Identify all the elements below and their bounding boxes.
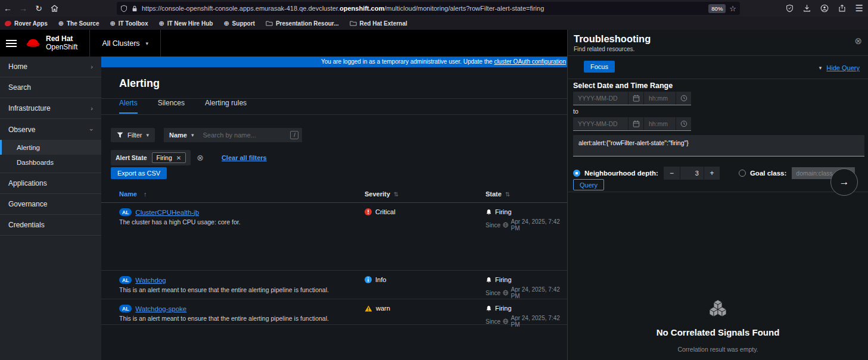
- redhat-openshift-brand[interactable]: Red HatOpenShift: [25, 35, 89, 52]
- correlation-controls: Neighbourhood depth: − 3 + Goal class:: [573, 167, 855, 180]
- query-textarea[interactable]: alert:alert:{"rowFilter-alert-state":"fi…: [573, 135, 864, 156]
- depth-label: Neighbourhood depth:: [584, 170, 658, 177]
- folder-icon: [266, 20, 273, 26]
- clear-all-filters-link[interactable]: Clear all filters: [222, 154, 267, 161]
- tracking-shield-icon[interactable]: [120, 5, 127, 12]
- globe-icon: ⊕: [158, 20, 164, 27]
- table-row[interactable]: AL ClusterCPUHealth-jb The cluster has a…: [101, 203, 567, 271]
- tab-silences[interactable]: Silences: [158, 99, 185, 114]
- table-row[interactable]: AL Watchdog-spoke This is an alert meant…: [101, 299, 567, 325]
- bell-icon: [486, 209, 492, 215]
- folder-icon: [350, 20, 357, 26]
- end-time-input[interactable]: [643, 117, 676, 130]
- start-time-input[interactable]: [643, 92, 676, 105]
- bookmark-item-presentation-resources[interactable]: Presentation Resour...: [266, 20, 339, 27]
- depth-increment-button[interactable]: +: [704, 167, 720, 180]
- table-row[interactable]: AL Watchdog This is an alert meant to en…: [101, 271, 567, 299]
- sidebar-item-infrastructure[interactable]: Infrastructure›: [0, 98, 101, 119]
- rover-apps-icon: [5, 21, 11, 26]
- sidebar-item-dashboards[interactable]: Dashboards: [0, 155, 101, 170]
- start-date-input[interactable]: [573, 92, 628, 105]
- active-filters-row: Alert State Firing✕ ⊗ Clear all filters: [111, 150, 267, 165]
- panel-title: Troubleshooting: [574, 33, 862, 45]
- sidebar-item-observe[interactable]: Observe›: [0, 119, 101, 140]
- depth-stepper: − 3 +: [664, 167, 720, 180]
- neighbourhood-depth-radio[interactable]: [573, 170, 580, 177]
- alert-name-link[interactable]: ClusterCPUHealth-jb: [135, 209, 199, 216]
- query-button[interactable]: Query: [573, 179, 604, 190]
- arrow-right-icon: →: [839, 176, 850, 188]
- chip-remove-icon[interactable]: ✕: [176, 155, 181, 161]
- since-label: Since: [486, 290, 500, 296]
- hide-query-toggle[interactable]: ▾ Hide Query: [819, 64, 860, 71]
- filter-dropdown[interactable]: Filter ▾: [111, 128, 155, 142]
- oauth-configuration-link[interactable]: cluster OAuth configuration: [494, 58, 566, 65]
- clear-chip-group-icon[interactable]: ⊗: [197, 153, 204, 162]
- alert-badge: AL: [119, 305, 132, 312]
- export-csv-button[interactable]: Export as CSV: [111, 167, 167, 179]
- clock-icon-button[interactable]: [676, 117, 691, 130]
- column-header-state[interactable]: State⇅: [486, 190, 510, 198]
- focus-button[interactable]: Focus: [584, 61, 615, 73]
- bookmark-item-rover-apps[interactable]: Rover Apps: [5, 20, 48, 27]
- panel-close-icon[interactable]: ⊗: [854, 36, 862, 46]
- lock-icon[interactable]: [131, 5, 138, 12]
- bookmark-item-support[interactable]: ⊕Support: [223, 20, 255, 27]
- date-range-heading: Select Date and Time Range: [573, 82, 673, 90]
- alert-name-link[interactable]: Watchdog-spoke: [135, 305, 186, 312]
- sidebar-item-credentials[interactable]: Credentials: [0, 215, 101, 236]
- privacy-shield-icon[interactable]: [786, 4, 794, 12]
- url-text: https://console-openshift-console.apps.e…: [142, 5, 705, 12]
- bell-icon: [486, 277, 492, 283]
- submit-arrow-button[interactable]: →: [830, 168, 858, 196]
- sidebar-item-alerting[interactable]: Alerting: [0, 140, 101, 155]
- sidebar-item-governance[interactable]: Governance: [0, 194, 101, 215]
- column-header-name[interactable]: Name ↑: [119, 190, 147, 198]
- bookmark-item-it-new-hire-hub[interactable]: ⊕IT New Hire Hub: [158, 20, 213, 27]
- login-banner: You are logged in as a temporary adminis…: [101, 57, 567, 67]
- url-bar[interactable]: https://console-openshift-console.apps.e…: [117, 2, 740, 15]
- sidebar-nav: Home› Search Infrastructure› Observe› Al…: [0, 57, 101, 360]
- sidebar-item-search[interactable]: Search: [0, 77, 101, 98]
- alert-description: The cluster has a high CPU usage: core f…: [119, 218, 241, 226]
- bookmark-item-red-hat-external[interactable]: Red Hat External: [350, 20, 407, 27]
- column-header-severity[interactable]: Severity⇅: [365, 190, 399, 198]
- nav-toggle-button[interactable]: [6, 40, 17, 47]
- depth-decrement-button[interactable]: −: [664, 167, 680, 180]
- share-icon[interactable]: [838, 4, 846, 12]
- bookmarks-bar: Rover Apps ⊕The Source ⊕IT Toolbox ⊕IT N…: [0, 17, 868, 30]
- clock-icon-button[interactable]: [676, 92, 691, 105]
- alert-name-link[interactable]: Watchdog: [135, 277, 166, 284]
- calendar-icon-button[interactable]: [628, 117, 643, 130]
- tab-alerts[interactable]: Alerts: [119, 99, 138, 114]
- search-input[interactable]: [203, 132, 280, 139]
- depth-value[interactable]: 3: [680, 167, 704, 180]
- severity-label: warn: [376, 305, 390, 312]
- forward-button[interactable]: →: [15, 2, 31, 15]
- masthead: Red HatOpenShift All Clusters ▾: [0, 30, 567, 57]
- state-label: Firing: [495, 305, 512, 312]
- chip-firing[interactable]: Firing✕: [152, 152, 186, 163]
- account-icon[interactable]: [820, 4, 829, 12]
- cluster-selector-dropdown[interactable]: All Clusters ▾: [89, 30, 161, 57]
- bookmark-item-it-toolbox[interactable]: ⊕IT Toolbox: [110, 20, 148, 27]
- chevron-down-icon: ▾: [146, 40, 149, 46]
- menu-icon[interactable]: ☰: [855, 3, 863, 14]
- zoom-level-badge[interactable]: 80%: [708, 4, 726, 13]
- alert-badge: AL: [119, 276, 132, 284]
- sidebar-item-home[interactable]: Home›: [0, 57, 101, 77]
- goal-class-radio[interactable]: [739, 170, 746, 177]
- severity-label: Critical: [375, 208, 396, 215]
- download-icon[interactable]: [803, 4, 811, 12]
- globe-icon: [503, 222, 508, 228]
- calendar-icon-button[interactable]: [628, 92, 643, 105]
- bookmark-star-icon[interactable]: ☆: [729, 4, 736, 13]
- end-date-input[interactable]: [573, 117, 628, 130]
- name-filter-dropdown[interactable]: Name ▾: [164, 128, 200, 142]
- home-button[interactable]: [46, 2, 62, 15]
- back-button[interactable]: ←: [0, 2, 15, 15]
- bookmark-item-the-source[interactable]: ⊕The Source: [58, 20, 99, 27]
- sidebar-item-applications[interactable]: Applications: [0, 173, 101, 194]
- tab-alerting-rules[interactable]: Alerting rules: [205, 99, 247, 114]
- reload-button[interactable]: ↻: [31, 2, 46, 15]
